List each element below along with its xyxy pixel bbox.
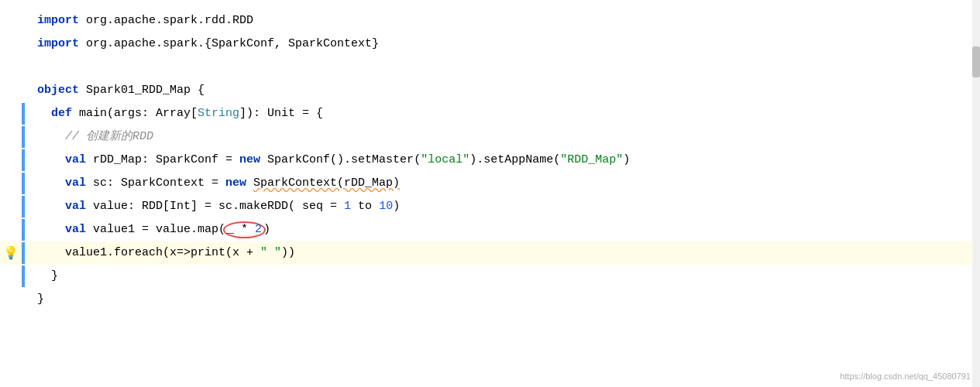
line-content-10: val value1 = value.map(_ * 2): [25, 219, 270, 241]
line-content-12: }: [25, 265, 58, 287]
line-content-6: // 创建新的RDD: [25, 126, 153, 148]
code-line-3: [0, 56, 980, 79]
code-line-12: }: [0, 265, 980, 288]
code-editor: import org.apache.spark.rdd.RDD import o…: [0, 0, 980, 387]
code-line-6: // 创建新的RDD: [0, 125, 980, 149]
line-content-8: val sc: SparkContext = new SparkContext(…: [25, 173, 400, 194]
code-line-4: object Spark01_RDD_Map {: [0, 79, 980, 102]
code-line-13: }: [0, 288, 980, 311]
code-line-2: import org.apache.spark.{SparkConf, Spar…: [0, 33, 980, 56]
scrollbar-thumb[interactable]: [972, 46, 980, 77]
bulb-icon: 💡: [3, 245, 19, 261]
code-line-9: val value: RDD[Int] = sc.makeRDD( seq = …: [0, 195, 980, 218]
line-content-11: value1.foreach(x=>print(x + " ")): [25, 242, 295, 264]
line-content-4: object Spark01_RDD_Map {: [25, 80, 205, 101]
line-content-13: }: [25, 289, 44, 310]
line-content-2: import org.apache.spark.{SparkConf, Spar…: [25, 33, 379, 55]
code-line-7: val rDD_Map: SparkConf = new SparkConf()…: [0, 149, 980, 172]
code-line-10: val value1 = value.map(_ * 2): [0, 218, 980, 241]
code-line-1: import org.apache.spark.rdd.RDD: [0, 9, 980, 33]
line-content-1: import org.apache.spark.rdd.RDD: [25, 10, 253, 32]
code-line-5: def main(args: Array[String]): Unit = {: [0, 102, 980, 125]
line-content-5: def main(args: Array[String]): Unit = {: [25, 103, 323, 125]
line-content-7: val rDD_Map: SparkConf = new SparkConf()…: [25, 149, 630, 171]
gutter-11: 💡: [0, 245, 22, 261]
code-line-8: val sc: SparkContext = new SparkContext(…: [0, 172, 980, 195]
scrollbar-track[interactable]: [972, 0, 980, 387]
line-content-9: val value: RDD[Int] = sc.makeRDD( seq = …: [25, 196, 400, 217]
code-line-11: 💡 value1.foreach(x=>print(x + " ")): [0, 241, 980, 265]
watermark: https://blog.csdn.net/qq_45080791: [840, 372, 971, 381]
line-content-3: [25, 57, 44, 78]
